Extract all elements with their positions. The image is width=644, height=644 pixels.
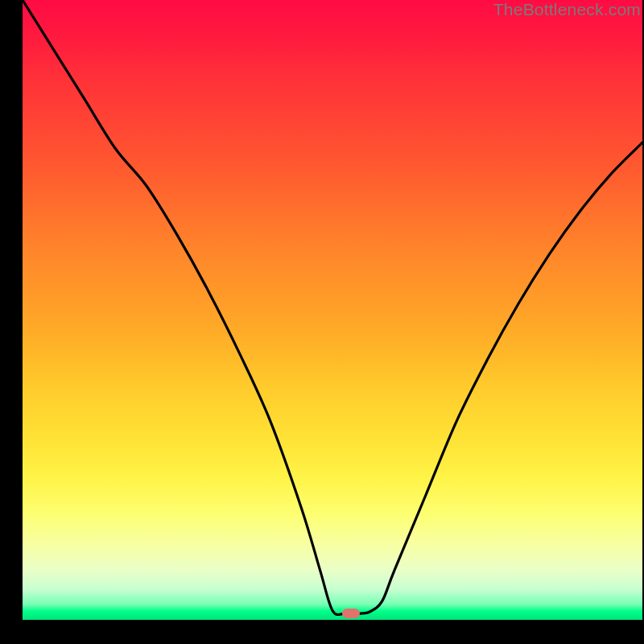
chart-stage: TheBottleneck.com — [0, 0, 644, 644]
watermark-label: TheBottleneck.com — [493, 0, 641, 19]
plot-area — [23, 0, 642, 620]
bottleneck-gradient-background — [23, 0, 642, 620]
